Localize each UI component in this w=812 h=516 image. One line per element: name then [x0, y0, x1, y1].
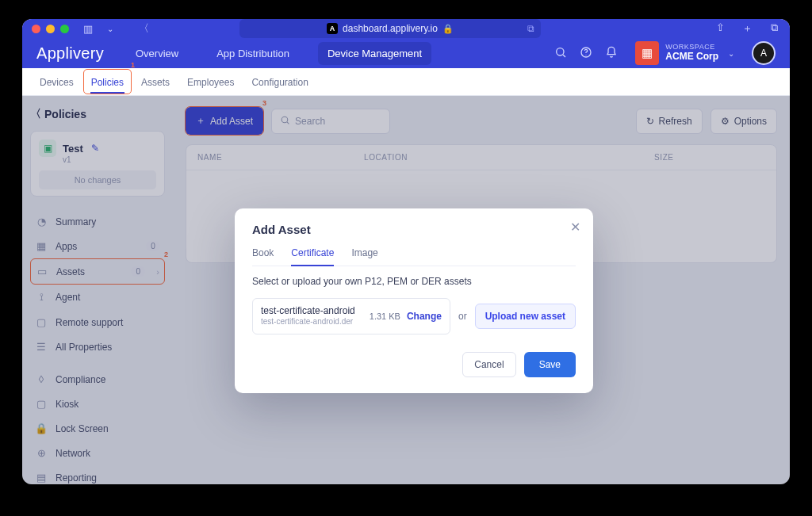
tab-book[interactable]: Book [252, 247, 274, 266]
close-window-icon[interactable] [32, 25, 40, 33]
address-url: dashboard.applivery.io [343, 23, 438, 34]
change-file-link[interactable]: Change [407, 311, 442, 322]
svg-line-1 [563, 55, 565, 57]
subtab-assets[interactable]: Assets [133, 68, 178, 95]
share-icon[interactable]: ⇧ [714, 21, 726, 36]
nav-device-management[interactable]: Device Management [318, 42, 431, 65]
tabs-overview-icon[interactable]: ⧉ [768, 21, 780, 36]
search-icon[interactable] [554, 46, 567, 61]
add-asset-modal: ✕ Add Asset Book Certificate Image Selec… [235, 208, 593, 393]
modal-help-text: Select or upload your own P12, PEM or DE… [252, 276, 576, 287]
file-row: test-certificate-android test-certificat… [252, 298, 576, 334]
tab-image[interactable]: Image [351, 247, 377, 266]
tab-certificate[interactable]: Certificate [291, 247, 334, 266]
subtab-policies[interactable]: Policies [83, 69, 132, 94]
close-icon[interactable]: ✕ [570, 220, 580, 235]
nav-app-distribution[interactable]: App Distribution [207, 42, 299, 65]
maximize-window-icon[interactable] [60, 25, 69, 33]
file-size: 1.31 KB [370, 312, 400, 321]
chevron-down-icon: ⌄ [728, 49, 734, 58]
window-controls[interactable] [32, 25, 69, 33]
modal-title: Add Asset [252, 223, 576, 236]
upload-new-asset-button[interactable]: Upload new asset [475, 304, 576, 329]
subtab-employees[interactable]: Employees [179, 68, 242, 95]
cancel-button[interactable]: Cancel [462, 352, 515, 377]
svg-point-0 [557, 48, 564, 55]
subtab-devices[interactable]: Devices [32, 68, 82, 95]
sidebar-toggle-icon[interactable]: ▥ [82, 23, 94, 35]
subnav: Devices Policies 1 Assets Employees Conf… [22, 68, 790, 96]
bell-icon[interactable] [605, 46, 618, 61]
or-text: or [458, 311, 467, 322]
modal-tabs: Book Certificate Image [252, 247, 576, 266]
subtab-configuration[interactable]: Configuration [243, 68, 316, 95]
address-bar[interactable]: A dashboard.applivery.io 🔒 ⧉ [239, 19, 541, 38]
browser-toolbar: ▥ ⌄ 〈 A dashboard.applivery.io 🔒 ⧉ ⇧ ＋ ⧉ [22, 19, 790, 38]
reader-mode-icon[interactable]: ⧉ [527, 23, 534, 34]
workspace-avatar-icon: ▦ [635, 41, 659, 65]
user-avatar[interactable]: A [752, 41, 776, 65]
app-header: Applivery Overview App Distribution Devi… [22, 38, 790, 68]
app-window: ▥ ⌄ 〈 A dashboard.applivery.io 🔒 ⧉ ⇧ ＋ ⧉… [22, 19, 790, 484]
back-icon[interactable]: 〈 [137, 21, 150, 36]
svg-point-3 [586, 54, 587, 55]
file-subname: test-certificate-android.der [261, 317, 355, 327]
save-button[interactable]: Save [524, 352, 576, 377]
modal-actions: Cancel Save [252, 352, 576, 377]
site-favicon-icon: A [327, 23, 338, 34]
nav-overview[interactable]: Overview [126, 42, 188, 65]
workspace-name: ACME Corp [665, 52, 718, 62]
new-tab-icon[interactable]: ＋ [741, 21, 753, 36]
brand-logo[interactable]: Applivery [36, 44, 104, 63]
workarea: 〈 Policies ▣ Test ✎ v1 No changes ◔ Summ… [22, 96, 790, 484]
help-icon[interactable] [580, 46, 592, 61]
minimize-window-icon[interactable] [46, 25, 55, 33]
lock-icon: 🔒 [442, 24, 454, 34]
selected-file[interactable]: test-certificate-android test-certificat… [252, 298, 450, 334]
file-name: test-certificate-android [261, 305, 355, 317]
dropdown-icon[interactable]: ⌄ [104, 25, 117, 33]
workspace-switcher[interactable]: ▦ WORKSPACE ACME Corp ⌄ [630, 38, 739, 68]
